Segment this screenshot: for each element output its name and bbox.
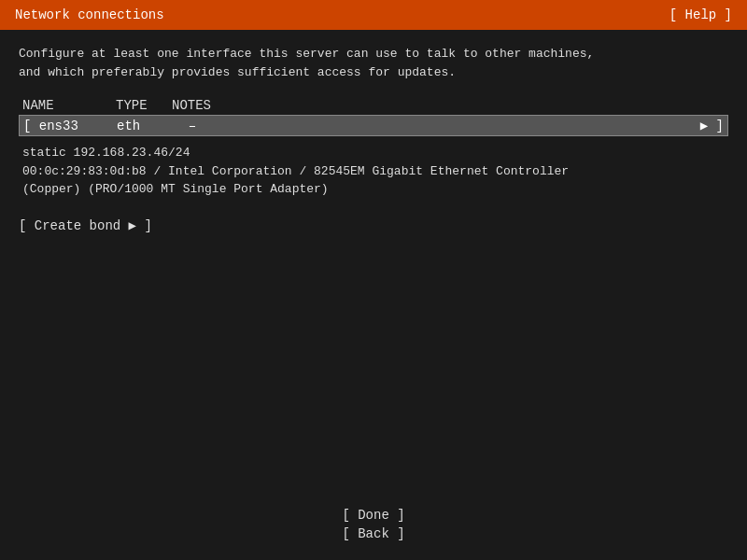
- ip-detail: static 192.168.23.46/24: [22, 144, 725, 162]
- col-header-name: NAME: [22, 98, 116, 113]
- row-type: eth: [117, 119, 173, 133]
- create-bond-button[interactable]: [ Create bond ▶ ]: [19, 217, 152, 233]
- footer: [ Done ] [ Back ]: [0, 498, 747, 560]
- col-header-notes: NOTES: [172, 98, 725, 113]
- app: Network connections [ Help ] Configure a…: [0, 0, 747, 560]
- col-header-type: TYPE: [116, 98, 172, 113]
- description-line2: and which preferably provides sufficient…: [19, 63, 728, 82]
- table-row[interactable]: [ ens33 eth – ▶ ]: [19, 115, 728, 136]
- row-notes: –: [173, 119, 697, 133]
- help-button[interactable]: [ Help ]: [669, 7, 732, 22]
- content: Configure at least one interface this se…: [0, 30, 747, 498]
- header-title: Network connections: [15, 7, 164, 22]
- row-name: [ ens33: [23, 119, 117, 133]
- back-button[interactable]: [ Back ]: [342, 526, 404, 541]
- description-line1: Configure at least one interface this se…: [19, 45, 728, 63]
- network-details: static 192.168.23.46/24 00:0c:29:83:0d:b…: [19, 140, 728, 203]
- table-header: NAME TYPE NOTES: [19, 96, 728, 115]
- header: Network connections [ Help ]: [0, 0, 747, 30]
- mac-detail: 00:0c:29:83:0d:b8 / Intel Corporation / …: [22, 162, 725, 181]
- row-expand-icon[interactable]: ▶ ]: [700, 118, 724, 133]
- network-table: NAME TYPE NOTES [ ens33 eth – ▶ ]: [19, 96, 728, 136]
- done-button[interactable]: [ Done ]: [342, 508, 404, 523]
- description: Configure at least one interface this se…: [19, 45, 728, 81]
- adapter-detail: (Copper) (PRO/1000 MT Single Port Adapte…: [22, 180, 725, 199]
